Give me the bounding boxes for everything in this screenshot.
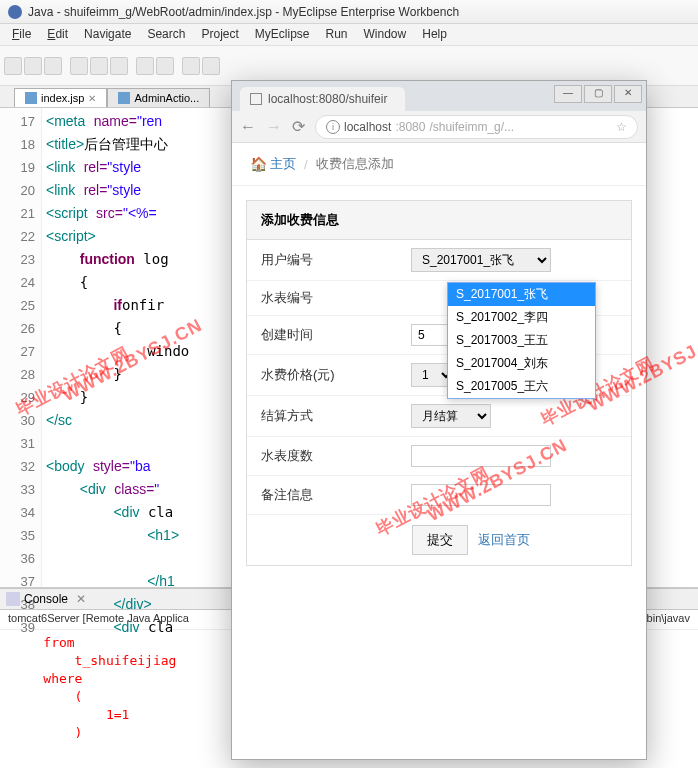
menu-file[interactable]: File: [4, 26, 39, 43]
tab-adminaction[interactable]: AdminActio...: [107, 88, 210, 107]
dropdown-option[interactable]: S_2017004_刘东: [448, 352, 595, 375]
tool-type-icon[interactable]: [156, 57, 174, 75]
browser-tab-title: localhost:8080/shuifeir: [268, 92, 387, 106]
menu-navigate[interactable]: Navigate: [76, 26, 139, 43]
tool-debug-icon[interactable]: [90, 57, 108, 75]
form-actions: 提交 返回首页: [247, 515, 631, 565]
tool-launch-icon[interactable]: [70, 57, 88, 75]
menu-window[interactable]: Window: [356, 26, 415, 43]
url-host: localhost: [344, 120, 391, 134]
tab-label: AdminActio...: [134, 92, 199, 104]
panel-title: 添加收费信息: [247, 201, 631, 240]
jsp-icon: [25, 92, 37, 104]
dropdown-option[interactable]: S_2017003_王五: [448, 329, 595, 352]
label-remark: 备注信息: [261, 486, 411, 504]
address-bar: ← → ⟳ i localhost:8080/shuifeimm_g/... ☆: [232, 111, 646, 143]
console-tab-label[interactable]: Console: [24, 592, 68, 606]
label-method: 结算方式: [261, 407, 411, 425]
line-gutter: 1718192021222324252627282930313233343536…: [0, 108, 42, 587]
label-meter: 水表编号: [261, 289, 411, 307]
label-user: 用户编号: [261, 251, 411, 269]
menu-myeclipse[interactable]: MyEclipse: [247, 26, 318, 43]
breadcrumb: 🏠 主页 / 收费信息添加: [232, 143, 646, 186]
close-icon[interactable]: ✕: [76, 592, 86, 606]
row-method: 结算方式 月结算: [247, 396, 631, 437]
submit-button[interactable]: 提交: [412, 525, 468, 555]
window-title: Java - shuifeimm_g/WebRoot/admin/index.j…: [28, 5, 459, 19]
breadcrumb-sep: /: [304, 157, 308, 172]
tool-new-icon[interactable]: [4, 57, 22, 75]
select-user[interactable]: S_2017001_张飞: [411, 248, 551, 272]
browser-window-controls: — ▢ ✕: [554, 85, 642, 103]
tool-save-icon[interactable]: [24, 57, 42, 75]
url-port: :8080: [395, 120, 425, 134]
user-dropdown-list[interactable]: S_2017001_张飞S_2017002_李四S_2017003_王五S_20…: [447, 282, 596, 399]
back-icon[interactable]: ←: [240, 118, 256, 136]
label-reading: 水表度数: [261, 447, 411, 465]
browser-tab[interactable]: localhost:8080/shuifeir: [240, 87, 405, 111]
java-icon: [118, 92, 130, 104]
tool-search-icon[interactable]: [182, 57, 200, 75]
input-remark[interactable]: [411, 484, 551, 506]
close-icon[interactable]: ✕: [88, 93, 96, 104]
menu-run[interactable]: Run: [318, 26, 356, 43]
select-method[interactable]: 月结算: [411, 404, 491, 428]
info-icon[interactable]: i: [326, 120, 340, 134]
url-path: /shuifeimm_g/...: [429, 120, 514, 134]
back-link[interactable]: 返回首页: [478, 531, 530, 549]
tool-ann-icon[interactable]: [202, 57, 220, 75]
url-field[interactable]: i localhost:8080/shuifeimm_g/... ☆: [315, 115, 638, 139]
page-icon: [250, 93, 262, 105]
star-icon[interactable]: ☆: [616, 120, 627, 134]
label-created: 创建时间: [261, 326, 411, 344]
tab-label: index.jsp: [41, 92, 84, 104]
menu-project[interactable]: Project: [193, 26, 246, 43]
tab-index-jsp[interactable]: index.jsp ✕: [14, 88, 107, 107]
dropdown-option[interactable]: S_2017001_张飞: [448, 283, 595, 306]
tool-saveall-icon[interactable]: [44, 57, 62, 75]
browser-window: — ▢ ✕ localhost:8080/shuifeir ← → ⟳ i lo…: [231, 80, 647, 760]
dropdown-option[interactable]: S_2017002_李四: [448, 306, 595, 329]
menu-bar[interactable]: File Edit Navigate Search Project MyEcli…: [0, 24, 698, 46]
menu-help[interactable]: Help: [414, 26, 455, 43]
label-price: 水费价格(元): [261, 366, 411, 384]
input-reading[interactable]: [411, 445, 551, 467]
console-icon: [6, 592, 20, 606]
minimize-icon[interactable]: —: [554, 85, 582, 103]
forward-icon[interactable]: →: [266, 118, 282, 136]
console-sub-left: tomcat6Server [Remote Java Applica: [8, 612, 189, 624]
console-sub-right: \bin\javav: [644, 612, 690, 624]
tool-pkg-icon[interactable]: [136, 57, 154, 75]
menu-edit[interactable]: Edit: [39, 26, 76, 43]
row-user: 用户编号 S_2017001_张飞: [247, 240, 631, 281]
menu-search[interactable]: Search: [139, 26, 193, 43]
row-remark: 备注信息: [247, 476, 631, 515]
close-icon[interactable]: ✕: [614, 85, 642, 103]
eclipse-icon: [8, 5, 22, 19]
maximize-icon[interactable]: ▢: [584, 85, 612, 103]
breadcrumb-current: 收费信息添加: [316, 155, 394, 173]
reload-icon[interactable]: ⟳: [292, 117, 305, 136]
breadcrumb-home[interactable]: 🏠 主页: [250, 155, 296, 173]
ide-title-bar: Java - shuifeimm_g/WebRoot/admin/index.j…: [0, 0, 698, 24]
tool-run-icon[interactable]: [110, 57, 128, 75]
dropdown-option[interactable]: S_2017005_王六: [448, 375, 595, 398]
row-reading: 水表度数: [247, 437, 631, 476]
home-icon: 🏠: [250, 156, 267, 172]
breadcrumb-home-label: 主页: [270, 155, 296, 173]
